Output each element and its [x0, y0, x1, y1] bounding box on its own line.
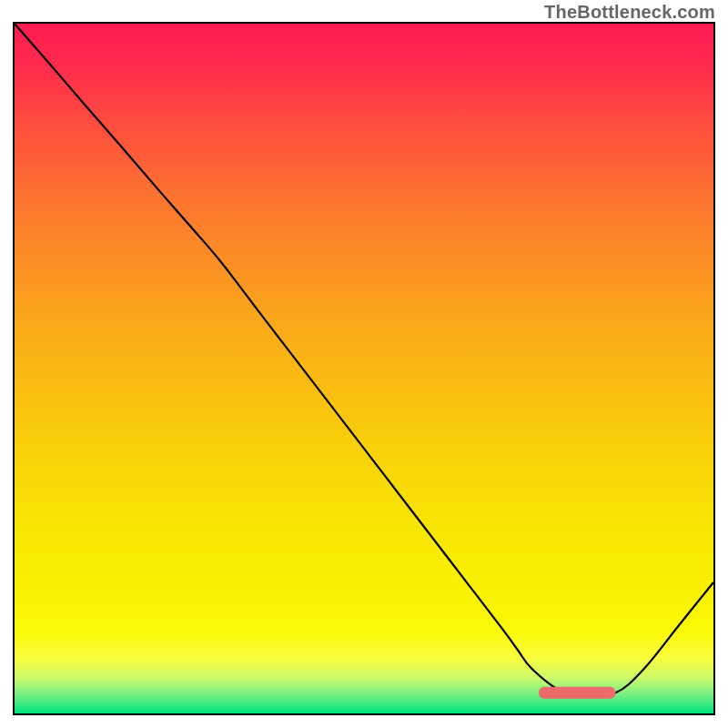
optimal-marker	[539, 687, 615, 699]
chart-svg	[15, 24, 713, 713]
attribution-label: TheBottleneck.com	[544, 2, 715, 23]
plot-area	[13, 22, 715, 715]
gradient-backdrop	[15, 24, 713, 713]
